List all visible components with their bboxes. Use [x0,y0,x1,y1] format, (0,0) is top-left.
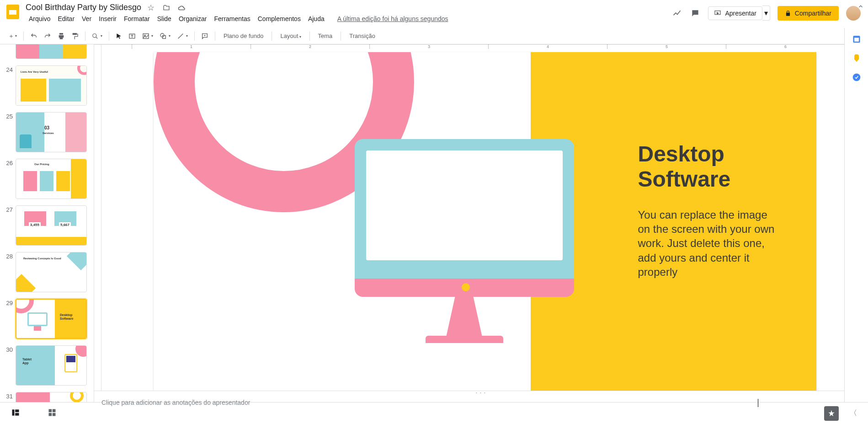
menu-formatar[interactable]: Formatar [121,13,153,24]
slide-title-line2: Software [638,166,731,192]
thumb-title-1: Desktop [60,313,73,317]
right-sidebar [844,28,868,402]
layout-label: Layout [280,32,298,39]
thumb-title-2: App [22,361,29,365]
title-area: Cool Birthday Party by Slidesgo ☆ Arquiv… [26,3,671,24]
slide-number: 29 [3,299,13,306]
menu-organizar[interactable]: Organizar [176,13,210,24]
paint-format-button[interactable] [69,31,81,42]
new-slide-button[interactable]: ＋▾ [5,30,20,42]
star-icon[interactable]: ☆ [147,4,155,12]
background-button[interactable]: Plano de fundo [219,31,268,41]
present-label: Apresentar [725,10,756,17]
monitor-screen-shape[interactable] [366,150,563,260]
filmstrip-view-icon[interactable] [11,408,20,419]
menu-bar: Arquivo Editar Ver Inserir Formatar Slid… [26,13,671,24]
filmstrip[interactable]: 24 Lists Are Very Useful 25 03 Services … [0,44,94,402]
menu-inserir[interactable]: Inserir [96,13,120,24]
slide-number: 30 [3,345,13,353]
image-tool[interactable]: ▾ [139,31,156,42]
slide-thumb-29[interactable]: Desktop Software [16,299,87,339]
shape-tool[interactable]: ▾ [157,31,173,42]
thumb-label: Services [43,132,54,134]
slide-number: 24 [3,65,13,73]
thumb-num: 03 [44,125,49,130]
slide-thumb-31[interactable] [16,392,87,402]
slide-number: 27 [3,205,13,213]
theme-button[interactable]: Tema [314,31,337,41]
svg-rect-12 [49,409,52,412]
print-button[interactable] [55,31,68,42]
share-button[interactable]: Compartilhar [777,6,839,21]
tasks-addon-icon[interactable] [852,73,861,82]
monitor-foot-shape[interactable] [426,336,503,343]
last-edit-link[interactable]: A última edição foi há alguns segundos [334,13,452,24]
slide-thumb-27[interactable]: 3,455 5,667 [16,205,87,246]
slide-body-textbox[interactable]: You can replace the image on the screen … [638,208,775,279]
slide-thumb-26[interactable]: Our Pricing [16,159,87,199]
activity-icon[interactable] [671,8,682,19]
zoom-button[interactable]: ▾ [89,31,105,41]
present-dropdown[interactable]: ▾ [762,5,770,21]
svg-rect-17 [854,38,859,42]
transition-button[interactable]: Transição [345,31,380,41]
calendar-addon-icon[interactable] [852,34,861,43]
slide-stage[interactable]: Desktop Software You can replace the ima… [101,45,868,391]
share-label: Compartilhar [795,10,831,17]
toolbar: ＋▾ ▾ ▾ ▾ ▾ Plano de fundo Layout▾ Tema T… [0,28,868,44]
menu-complementos[interactable]: Complementos [255,13,304,24]
collapse-toolbar-icon[interactable] [857,3,864,10]
slide-number: 25 [3,112,13,120]
svg-point-3 [93,33,96,37]
slide-thumb-24[interactable]: Lists Are Very Useful [16,65,87,106]
menu-arquivo[interactable]: Arquivo [26,13,53,24]
undo-button[interactable] [27,31,40,42]
monitor-button-shape[interactable] [462,283,470,291]
svg-rect-1 [9,10,16,15]
slide-thumb-30[interactable]: Tablet App [16,345,87,386]
speaker-notes[interactable]: Clique para adicionar as anotações do ap… [94,394,868,411]
thumb-val-a: 3,455 [29,222,41,227]
notes-placeholder: Clique para adicionar as anotações do ap… [101,399,250,406]
document-title[interactable]: Cool Birthday Party by Slidesgo [26,3,141,12]
slide-title-line1: Desktop [638,141,731,166]
notes-separator[interactable] [94,391,868,394]
comments-icon[interactable] [690,8,701,19]
slide-number: 28 [3,252,13,260]
slide-canvas[interactable]: Desktop Software You can replace the ima… [154,52,816,391]
slides-logo[interactable] [4,3,22,21]
slide-number: 26 [3,159,13,166]
monitor-stand-shape[interactable] [442,297,487,338]
thumb-title-2: Software [60,317,74,320]
redo-button[interactable] [41,31,54,42]
svg-rect-10 [15,409,19,412]
svg-point-18 [852,74,860,81]
thumb-title: Reviewing Concepts Is Good [23,257,61,260]
thumb-title: Our Pricing [34,163,49,166]
keep-addon-icon[interactable] [852,54,861,63]
layout-button[interactable]: Layout▾ [276,31,305,41]
menu-editar[interactable]: Editar [54,13,78,24]
comment-button[interactable] [198,31,211,42]
menu-ajuda[interactable]: Ajuda [305,13,328,24]
svg-rect-14 [49,413,52,416]
slide-thumb-23[interactable] [16,44,87,59]
slide-thumb-28[interactable]: Reviewing Concepts Is Good [16,252,87,292]
grid-view-icon[interactable] [48,408,57,419]
svg-rect-11 [15,413,19,415]
present-button[interactable]: Apresentar [708,6,762,20]
thumb-title: Lists Are Very Useful [21,70,48,73]
move-icon[interactable] [162,4,170,12]
cloud-status-icon[interactable] [178,4,186,12]
slide-number: 31 [3,392,13,400]
menu-ferramentas[interactable]: Ferramentas [211,13,253,24]
slide-title-textbox[interactable]: Desktop Software [638,141,731,192]
thumb-val-b: 5,667 [59,222,71,227]
select-tool[interactable] [113,31,125,41]
menu-slide[interactable]: Slide [154,13,175,24]
vertical-ruler[interactable] [94,45,101,391]
slide-thumb-25[interactable]: 03 Services [16,112,87,152]
textbox-tool[interactable] [126,31,138,42]
menu-ver[interactable]: Ver [79,13,95,24]
line-tool[interactable]: ▾ [174,31,191,42]
